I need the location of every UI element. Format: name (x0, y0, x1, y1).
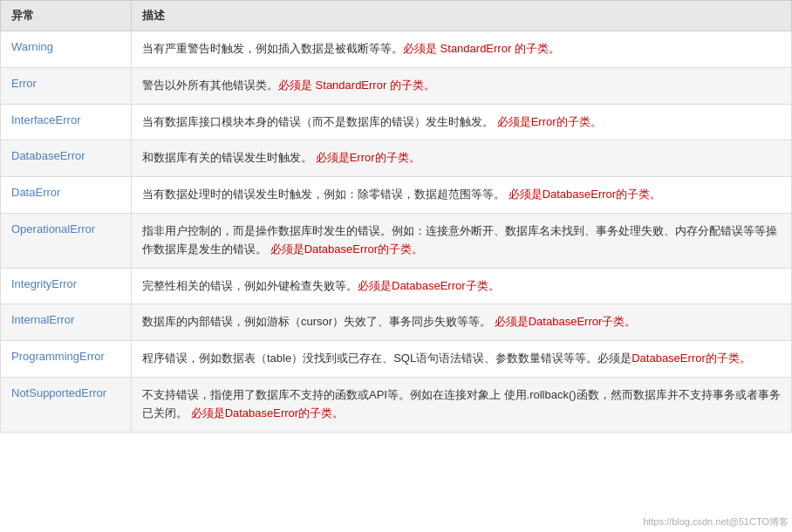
description-cell: 数据库的内部错误，例如游标（cursor）失效了、事务同步失败等等。 必须是Da… (132, 304, 792, 341)
description-cell: 指非用户控制的，而是操作数据库时发生的错误。例如：连接意外断开、数据库名未找到、… (132, 213, 792, 268)
header-exception: 异常 (1, 1, 132, 31)
exception-name-cell: InterfaceError (1, 104, 132, 140)
description-cell: 当有数据处理时的错误发生时触发，例如：除零错误，数据超范围等等。 必须是Data… (132, 177, 792, 214)
description-cell: 不支持错误，指使用了数据库不支持的函数或API等。例如在连接对象上 使用.rol… (132, 377, 792, 432)
table-row: ProgrammingError程序错误，例如数据表（table）没找到或已存在… (1, 341, 792, 378)
exception-name-cell: ProgrammingError (1, 341, 132, 378)
table-row: Error警告以外所有其他错误类。必须是 StandardError 的子类。 (1, 67, 792, 104)
exception-name-cell: DatabaseError (1, 140, 132, 177)
description-cell: 当有严重警告时触发，例如插入数据是被截断等等。必须是 StandardError… (132, 31, 792, 68)
table-row: OperationalError指非用户控制的，而是操作数据库时发生的错误。例如… (1, 213, 792, 268)
exception-name-cell: InternalError (1, 304, 132, 341)
table-row: NotSupportedError不支持错误，指使用了数据库不支持的函数或API… (1, 377, 792, 432)
description-cell: 警告以外所有其他错误类。必须是 StandardError 的子类。 (132, 67, 792, 104)
table-row: IntegrityError完整性相关的错误，例如外键检查失败等。必须是Data… (1, 268, 792, 304)
table-row: Warning当有严重警告时触发，例如插入数据是被截断等等。必须是 Standa… (1, 31, 792, 68)
description-cell: 和数据库有关的错误发生时触发。 必须是Error的子类。 (132, 140, 792, 177)
table-row: InterfaceError当有数据库接口模块本身的错误（而不是数据库的错误）发… (1, 104, 792, 140)
exception-name-cell: OperationalError (1, 213, 132, 268)
exception-name-cell: Error (1, 67, 132, 104)
table-row: InternalError数据库的内部错误，例如游标（cursor）失效了、事务… (1, 304, 792, 341)
exception-name-cell: DataError (1, 177, 132, 214)
description-cell: 完整性相关的错误，例如外键检查失败等。必须是DatabaseError子类。 (132, 268, 792, 304)
exception-name-cell: NotSupportedError (1, 377, 132, 432)
description-cell: 当有数据库接口模块本身的错误（而不是数据库的错误）发生时触发。 必须是Error… (132, 104, 792, 140)
table-row: DatabaseError和数据库有关的错误发生时触发。 必须是Error的子类… (1, 140, 792, 177)
header-description: 描述 (132, 1, 792, 31)
description-cell: 程序错误，例如数据表（table）没找到或已存在、SQL语句语法错误、参数数量错… (132, 341, 792, 378)
exception-name-cell: IntegrityError (1, 268, 132, 304)
table-row: DataError当有数据处理时的错误发生时触发，例如：除零错误，数据超范围等等… (1, 177, 792, 214)
exception-name-cell: Warning (1, 31, 132, 68)
